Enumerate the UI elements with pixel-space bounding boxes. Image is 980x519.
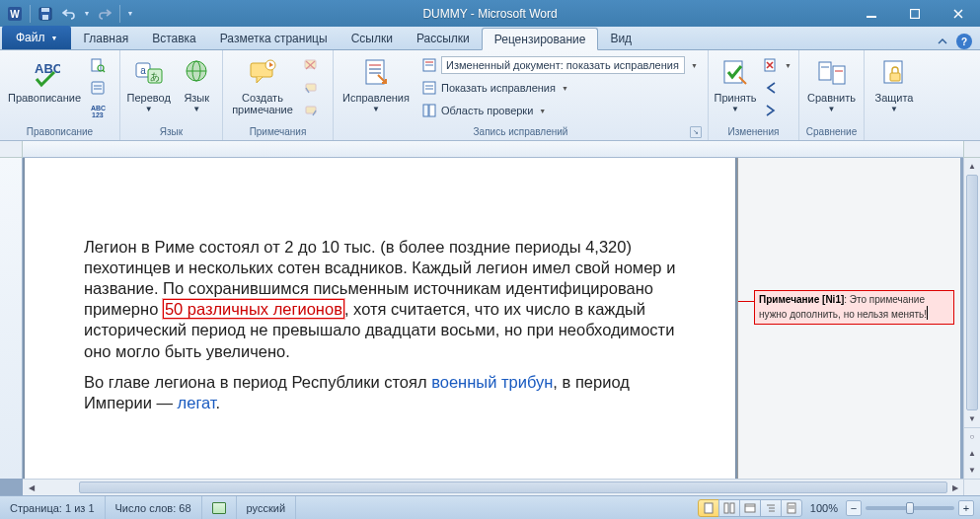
svg-rect-49: [890, 73, 900, 81]
word-count-button[interactable]: ABC123: [87, 100, 109, 121]
accept-button[interactable]: Принять ▼: [713, 52, 758, 123]
view-print-layout-icon[interactable]: [698, 499, 719, 517]
prev-page-icon[interactable]: ▲: [964, 445, 980, 462]
svg-rect-40: [423, 105, 428, 116]
status-spellcheck[interactable]: [202, 496, 237, 519]
view-web-layout-icon[interactable]: [739, 499, 761, 517]
hyperlink-legate[interactable]: легат: [178, 394, 216, 411]
undo-dropdown-icon[interactable]: ▼: [82, 3, 92, 25]
tab-review[interactable]: Рецензирование: [482, 28, 599, 50]
ruler-toggle-icon[interactable]: [963, 141, 980, 158]
svg-line-10: [103, 70, 105, 72]
reject-button[interactable]: ▼: [760, 54, 794, 76]
scroll-down-icon[interactable]: ▼: [964, 410, 980, 427]
prev-comment-button[interactable]: [300, 77, 322, 99]
group-language: aあ Перевод ▼ Язык ▼ Язык: [120, 50, 223, 140]
tab-references[interactable]: Ссылки: [339, 27, 405, 49]
word-app-icon[interactable]: W: [4, 3, 26, 25]
tab-mailings[interactable]: Рассылки: [405, 27, 482, 49]
group-label-language: Язык: [124, 125, 218, 140]
ribbon-tabs: Файл▼ Главная Вставка Разметка страницы …: [0, 27, 980, 50]
language-button[interactable]: Язык ▼: [175, 52, 218, 123]
svg-rect-51: [724, 503, 728, 513]
h-scroll-thumb[interactable]: [79, 482, 947, 493]
text-cursor: [927, 306, 928, 320]
document-page[interactable]: Легион в Риме состоял от 2 до 10 тыс. (в…: [25, 158, 735, 479]
scroll-up-icon[interactable]: ▲: [964, 158, 980, 175]
comment-pane: Примечание [Ni1]: Это примечание нужно д…: [737, 158, 960, 479]
show-markup-dropdown[interactable]: Показать исправления▼: [416, 77, 703, 99]
v-scroll-thumb[interactable]: [966, 175, 978, 410]
zoom-slider[interactable]: [866, 506, 954, 510]
save-icon[interactable]: [35, 3, 56, 25]
window-controls: [850, 0, 980, 27]
file-tab[interactable]: Файл▼: [2, 26, 71, 49]
reviewing-pane-dropdown[interactable]: Область проверки▼: [416, 100, 703, 121]
commented-text[interactable]: 50 различных легионов: [163, 299, 344, 319]
quick-access-toolbar: W ▼ ▼: [0, 0, 136, 27]
delete-comment-button[interactable]: [300, 54, 322, 76]
horizontal-scrollbar[interactable]: ◀ ▶: [23, 479, 963, 495]
svg-rect-42: [724, 61, 742, 83]
view-outline-icon[interactable]: [760, 499, 782, 517]
minimize-ribbon-icon[interactable]: [935, 34, 950, 49]
undo-icon[interactable]: [58, 3, 80, 25]
protect-button[interactable]: Защита ▼: [868, 52, 920, 123]
close-button[interactable]: [937, 0, 980, 27]
prev-change-button[interactable]: [760, 77, 794, 99]
status-word-count[interactable]: Число слов: 68: [106, 496, 202, 519]
svg-text:ABC: ABC: [91, 105, 106, 111]
hyperlink-tribune[interactable]: военный трибун: [431, 373, 553, 391]
group-compare: Сравнить ▼ Сравнение: [799, 50, 865, 140]
paragraph-2[interactable]: Во главе легиона в период Республики сто…: [84, 372, 676, 413]
help-icon[interactable]: ?: [956, 34, 972, 49]
svg-rect-30: [366, 60, 384, 84]
view-full-screen-icon[interactable]: [718, 499, 740, 517]
tab-view[interactable]: Вид: [598, 27, 643, 49]
redo-icon[interactable]: [94, 3, 115, 25]
next-comment-button[interactable]: [300, 100, 322, 121]
tab-page-layout[interactable]: Разметка страницы: [208, 27, 339, 49]
tab-home[interactable]: Главная: [71, 27, 140, 49]
research-button[interactable]: [87, 54, 109, 76]
next-page-icon[interactable]: ▼: [964, 462, 980, 479]
minimize-button[interactable]: [850, 0, 893, 27]
tab-insert[interactable]: Вставка: [140, 27, 208, 49]
paragraph-1[interactable]: Легион в Риме состоял от 2 до 10 тыс. (в…: [84, 237, 676, 362]
next-change-button[interactable]: [760, 100, 794, 121]
zoom-in-button[interactable]: +: [958, 500, 974, 516]
scroll-left-icon[interactable]: ◀: [23, 480, 39, 495]
comment-balloon[interactable]: Примечание [Ni1]: Это примечание нужно д…: [754, 290, 954, 325]
status-page[interactable]: Страница: 1 из 1: [0, 496, 106, 519]
zoom-slider-thumb[interactable]: [906, 502, 914, 514]
browse-object-icon[interactable]: ○: [964, 428, 980, 445]
group-label-compare: Сравнение: [803, 125, 860, 140]
svg-rect-45: [833, 66, 845, 84]
svg-rect-3: [41, 8, 49, 12]
translate-button[interactable]: aあ Перевод ▼: [124, 52, 173, 123]
comment-connector-line: [738, 301, 754, 302]
new-comment-button[interactable]: Создатьпримечание: [227, 52, 298, 123]
view-draft-icon[interactable]: [781, 499, 802, 517]
svg-text:a: a: [140, 65, 146, 76]
track-changes-button[interactable]: Исправления ▼: [338, 52, 415, 123]
spelling-button[interactable]: ABC Правописание: [4, 52, 85, 123]
maximize-button[interactable]: [893, 0, 937, 27]
tracking-launcher-icon[interactable]: ↘: [690, 126, 702, 138]
vertical-scrollbar[interactable]: ▲ ▼ ○ ▲ ▼: [963, 158, 980, 479]
zoom-out-button[interactable]: −: [846, 500, 862, 516]
thesaurus-button[interactable]: [87, 77, 109, 99]
compare-button[interactable]: Сравнить ▼: [803, 52, 860, 123]
vertical-ruler[interactable]: [0, 158, 23, 479]
horizontal-ruler[interactable]: [23, 141, 963, 158]
ruler-corner[interactable]: [0, 141, 23, 158]
svg-rect-11: [92, 82, 104, 94]
zoom-level[interactable]: 100%: [802, 502, 846, 514]
svg-rect-50: [705, 503, 713, 513]
svg-rect-53: [745, 504, 755, 512]
scroll-right-icon[interactable]: ▶: [946, 480, 963, 495]
display-for-review-dropdown[interactable]: Измененный документ: показать исправлени…: [416, 54, 703, 76]
qat-customize-icon[interactable]: ▼: [124, 3, 136, 25]
status-language[interactable]: русский: [237, 496, 296, 519]
group-label-changes: Изменения: [713, 125, 794, 140]
